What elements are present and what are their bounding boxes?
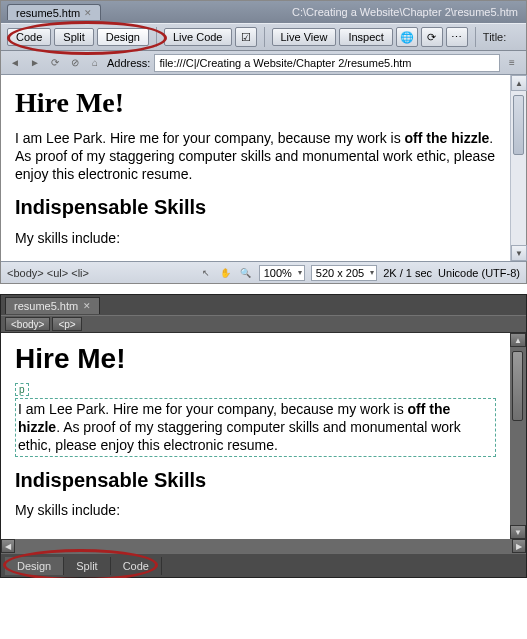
title-label: Title: (483, 31, 506, 43)
scroll-up-icon[interactable]: ▲ (511, 75, 527, 91)
check-icon[interactable]: ☑ (235, 27, 257, 47)
paragraph-text-a: I am Lee Park. Hire me for your company,… (15, 130, 405, 146)
address-input[interactable] (154, 54, 500, 72)
heading-1: Hire Me! (15, 343, 496, 375)
dimensions-dropdown[interactable]: 520 x 205 (311, 265, 377, 281)
separator (264, 27, 265, 47)
view-toolbar: Code Split Design Live Code ☑ Live View … (1, 23, 526, 51)
code-view-button[interactable]: Code (111, 557, 162, 575)
check-icon-glyph: ☑ (241, 31, 251, 44)
status-right: ↖ ✋ 🔍 100% 520 x 205 2K / 1 sec Unicode … (199, 265, 520, 281)
paragraph-text-a: I am Lee Park. Hire me for your company,… (18, 401, 408, 417)
scroll-right-icon[interactable]: ▶ (512, 539, 526, 553)
dreamweaver-window: resume5.htm ✕ C:\Creating a Website\Chap… (0, 0, 527, 284)
tag-body[interactable]: <body> (5, 317, 50, 331)
design-view-button[interactable]: Design (5, 557, 64, 575)
menu-icon[interactable]: ≡ (504, 55, 520, 71)
separator (156, 27, 157, 47)
document-tab[interactable]: resume5.htm ✕ (5, 297, 100, 314)
heading-1: Hire Me! (15, 87, 512, 119)
zoom-icon[interactable]: 🔍 (239, 266, 253, 280)
element-marker-p[interactable]: p (15, 383, 29, 396)
document-tab[interactable]: resume5.htm ✕ (7, 4, 101, 20)
tab-label: resume5.htm (14, 300, 78, 312)
refresh-icon-glyph: ⟳ (427, 31, 436, 44)
globe-icon[interactable]: 🌐 (396, 27, 418, 47)
separator (475, 27, 476, 47)
home-icon[interactable]: ⌂ (87, 55, 103, 71)
live-view-button[interactable]: Live View (272, 28, 337, 46)
address-bar: ◄ ► ⟳ ⊘ ⌂ Address: ≡ (1, 51, 526, 75)
scroll-down-icon[interactable]: ▼ (511, 245, 527, 261)
document-tabbar: resume5.htm ✕ (1, 295, 526, 315)
scroll-down-icon[interactable]: ▼ (510, 525, 526, 539)
globe-icon-glyph: 🌐 (400, 31, 414, 44)
paragraph-bold: off the hizzle (405, 130, 490, 146)
vertical-scrollbar[interactable]: ▲ ▼ (510, 75, 526, 261)
design-view-button[interactable]: Design (97, 28, 149, 46)
code-view-button[interactable]: Code (7, 28, 51, 46)
scroll-thumb[interactable] (512, 351, 523, 421)
heading-2: Indispensable Skills (15, 469, 496, 492)
forward-icon[interactable]: ► (27, 55, 43, 71)
address-label: Address: (107, 57, 150, 69)
settings-icon-glyph: ⋯ (451, 31, 462, 44)
status-bar: <body> <ul> <li> ↖ ✋ 🔍 100% 520 x 205 2K… (1, 261, 526, 283)
intro-paragraph: I am Lee Park. Hire me for your company,… (15, 398, 496, 457)
split-view-button[interactable]: Split (64, 557, 110, 575)
tag-path-bar: <body> <p> (1, 315, 526, 333)
bottom-view-bar: Design Split Code (1, 553, 526, 577)
tag-selector[interactable]: <body> <ul> <li> (7, 267, 89, 279)
zoom-value: 100% (264, 267, 292, 279)
document-view[interactable]: Hire Me! I am Lee Park. Hire me for your… (1, 75, 526, 261)
scroll-thumb[interactable] (513, 95, 524, 155)
tag-p[interactable]: <p> (52, 317, 81, 331)
encoding: Unicode (UTF-8) (438, 267, 520, 279)
hand-icon[interactable]: ✋ (219, 266, 233, 280)
vertical-scrollbar[interactable]: ▲ ▼ (510, 333, 526, 539)
size-time: 2K / 1 sec (383, 267, 432, 279)
close-icon[interactable]: ✕ (84, 8, 92, 18)
document-container: Hire Me! p I am Lee Park. Hire me for yo… (1, 333, 526, 539)
inspect-button[interactable]: Inspect (339, 28, 392, 46)
back-icon[interactable]: ◄ (7, 55, 23, 71)
horizontal-scrollbar[interactable]: ◀ ▶ (1, 539, 526, 553)
refresh-icon[interactable]: ⟳ (421, 27, 443, 47)
refresh-icon[interactable]: ⟳ (47, 55, 63, 71)
scroll-left-icon[interactable]: ◀ (1, 539, 15, 553)
pointer-icon[interactable]: ↖ (199, 266, 213, 280)
stop-icon[interactable]: ⊘ (67, 55, 83, 71)
skills-intro: My skills include: (15, 229, 512, 247)
skills-intro: My skills include: (15, 502, 496, 518)
dark-editor-window: resume5.htm ✕ <body> <p> Hire Me! p I am… (0, 294, 527, 578)
document-view[interactable]: Hire Me! p I am Lee Park. Hire me for yo… (1, 333, 510, 539)
zoom-dropdown[interactable]: 100% (259, 265, 305, 281)
live-code-button[interactable]: Live Code (164, 28, 232, 46)
dimensions-value: 520 x 205 (316, 267, 364, 279)
paragraph-text-c: . As proof of my staggering computer ski… (18, 419, 461, 453)
heading-2: Indispensable Skills (15, 196, 512, 219)
document-tabbar: resume5.htm ✕ C:\Creating a Website\Chap… (1, 1, 526, 23)
settings-icon[interactable]: ⋯ (446, 27, 468, 47)
gap (0, 284, 527, 294)
close-icon[interactable]: ✕ (83, 301, 91, 311)
scroll-up-icon[interactable]: ▲ (510, 333, 526, 347)
split-view-button[interactable]: Split (54, 28, 93, 46)
tab-label: resume5.htm (16, 7, 80, 19)
document-path: C:\Creating a Website\Chapter 2\resume5.… (292, 6, 526, 18)
intro-paragraph: I am Lee Park. Hire me for your company,… (15, 129, 512, 184)
document-container: Hire Me! I am Lee Park. Hire me for your… (1, 75, 526, 261)
